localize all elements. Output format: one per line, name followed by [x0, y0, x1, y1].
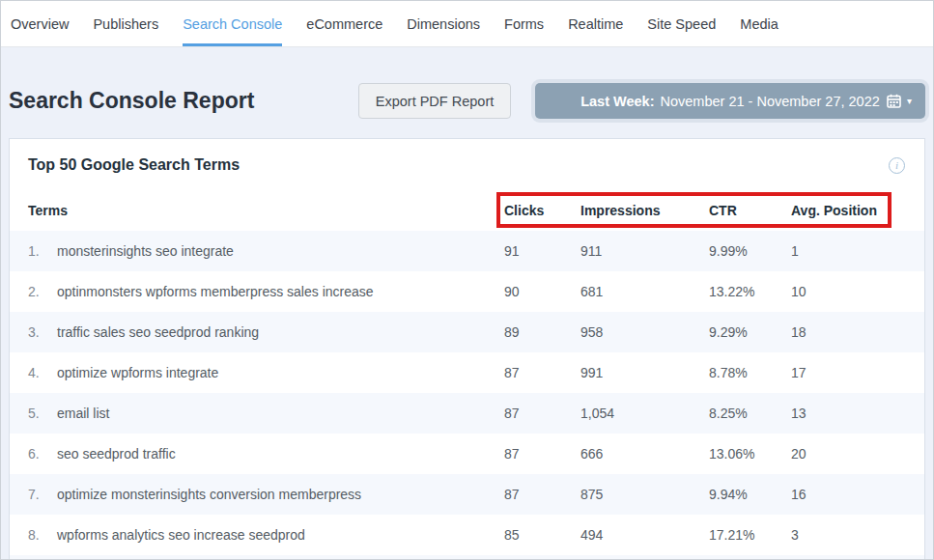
row-rank: 3.: [28, 324, 57, 340]
table-row: 2. optinmonsters wpforms memberpress sal…: [10, 271, 924, 312]
row-rank: 8.: [28, 527, 57, 543]
chevron-down-icon: ▾: [907, 97, 912, 106]
row-ctr: 8.25%: [701, 406, 783, 421]
tab-dimensions[interactable]: Dimensions: [407, 1, 480, 46]
row-ctr: 9.94%: [701, 487, 783, 502]
page-header: Search Console Report Export PDF Report …: [9, 83, 925, 119]
date-range-picker[interactable]: Last Week: November 21 - November 27, 20…: [535, 83, 925, 119]
row-clicks: 87: [496, 446, 573, 462]
tab-site-speed[interactable]: Site Speed: [647, 1, 716, 46]
row-avg-position: 17: [783, 365, 924, 380]
row-ctr: 13.22%: [701, 284, 783, 299]
row-term: seo seedprod traffic: [57, 446, 496, 462]
row-impressions: 1,054: [573, 406, 701, 421]
row-impressions: 991: [573, 365, 701, 380]
info-icon[interactable]: i: [889, 157, 905, 174]
row-impressions: 494: [573, 527, 701, 543]
row-term: wpforms analytics seo increase seedprod: [57, 527, 496, 543]
row-term: optimize wpforms integrate: [57, 365, 496, 380]
date-picker-icons: ▾: [887, 83, 912, 119]
table-row: 6. seo seedprod traffic 87 666 13.06% 20: [10, 434, 924, 474]
tab-forms[interactable]: Forms: [504, 1, 544, 46]
row-clicks: 91: [496, 243, 573, 259]
row-clicks: 87: [496, 487, 573, 502]
date-range-label: Last Week:: [580, 94, 654, 109]
row-ctr: 8.78%: [701, 365, 783, 380]
report-tabs-nav: Overview Publishers Search Console eComm…: [1, 1, 933, 47]
row-rank: 2.: [28, 284, 57, 299]
table-header-row: Terms Clicks Impressions CTR Avg. Positi…: [10, 190, 924, 231]
row-ctr: 9.29%: [701, 324, 783, 340]
tab-publishers[interactable]: Publishers: [93, 1, 158, 46]
column-header-avg-position: Avg. Position: [783, 203, 924, 218]
column-header-terms: Terms: [28, 203, 496, 218]
table-row-partial: [10, 555, 924, 560]
row-clicks: 85: [496, 527, 573, 543]
tab-media[interactable]: Media: [740, 1, 778, 46]
column-header-impressions: Impressions: [573, 203, 701, 218]
table-row: 1. monsterinsights seo integrate 91 911 …: [10, 231, 924, 271]
table-row: 7. optimize monsterinsights conversion m…: [10, 474, 924, 515]
table-row: 8. wpforms analytics seo increase seedpr…: [10, 515, 924, 555]
row-impressions: 958: [573, 324, 701, 340]
tab-search-console[interactable]: Search Console: [183, 1, 282, 46]
export-pdf-button[interactable]: Export PDF Report: [358, 83, 511, 119]
row-rank: 1.: [28, 243, 57, 259]
tab-overview[interactable]: Overview: [11, 1, 69, 46]
date-range-value: November 21 - November 27, 2022: [661, 94, 880, 109]
row-ctr: 13.06%: [701, 446, 783, 462]
row-rank: 6.: [28, 446, 57, 462]
row-term: email list: [57, 406, 496, 421]
table-row: 5. email list 87 1,054 8.25% 13: [10, 393, 924, 434]
row-impressions: 875: [573, 487, 701, 502]
row-term: monsterinsights seo integrate: [57, 243, 496, 259]
table-row: 4. optimize wpforms integrate 87 991 8.7…: [10, 352, 924, 393]
page-title: Search Console Report: [9, 88, 358, 114]
tab-ecommerce[interactable]: eCommerce: [306, 1, 382, 46]
row-impressions: 911: [573, 243, 701, 259]
row-rank: 7.: [28, 487, 57, 502]
table-body: 1. monsterinsights seo integrate 91 911 …: [10, 231, 924, 560]
row-avg-position: 13: [783, 406, 924, 421]
row-clicks: 89: [496, 324, 573, 340]
row-impressions: 681: [573, 284, 701, 299]
row-rank: 5.: [28, 406, 57, 421]
row-ctr: 17.21%: [701, 527, 783, 543]
table-row: 3. traffic sales seo seedprod ranking 89…: [10, 312, 924, 352]
row-avg-position: 20: [783, 446, 924, 462]
row-avg-position: 3: [783, 527, 924, 543]
row-clicks: 87: [496, 365, 573, 380]
row-clicks: 90: [496, 284, 573, 299]
tab-realtime[interactable]: Realtime: [568, 1, 623, 46]
row-avg-position: 18: [783, 324, 924, 340]
search-console-report-screen: Overview Publishers Search Console eComm…: [0, 0, 934, 560]
calendar-icon: [887, 94, 901, 108]
search-terms-card: Top 50 Google Search Terms i Terms Click…: [9, 138, 925, 560]
row-term: optinmonsters wpforms memberpress sales …: [57, 284, 496, 299]
column-header-ctr: CTR: [701, 203, 783, 218]
column-header-clicks: Clicks: [496, 203, 573, 218]
row-avg-position: 10: [783, 284, 924, 299]
row-term: traffic sales seo seedprod ranking: [57, 324, 496, 340]
row-rank: 4.: [28, 365, 57, 380]
row-clicks: 87: [496, 406, 573, 421]
row-term: optimize monsterinsights conversion memb…: [57, 487, 496, 502]
card-title: Top 50 Google Search Terms: [28, 156, 240, 174]
row-avg-position: 16: [783, 487, 924, 502]
row-avg-position: 1: [783, 243, 924, 259]
row-ctr: 9.99%: [701, 243, 783, 259]
row-impressions: 666: [573, 446, 701, 462]
card-header: Top 50 Google Search Terms i: [10, 139, 924, 174]
